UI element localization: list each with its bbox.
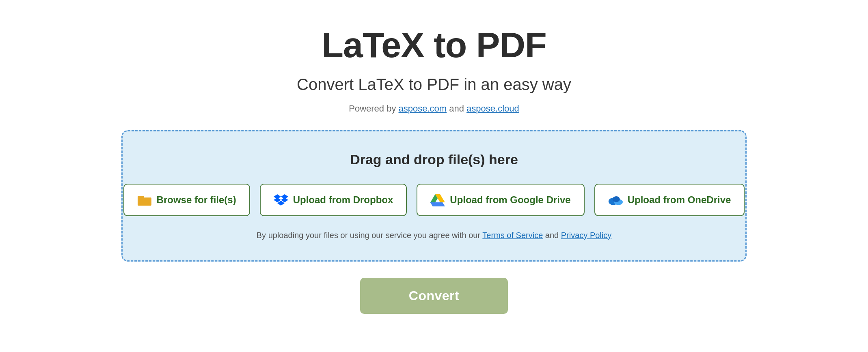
onedrive-button-label: Upload from OneDrive bbox=[628, 194, 731, 206]
terms-separator: and bbox=[545, 231, 561, 240]
gdrive-button-label: Upload from Google Drive bbox=[450, 194, 570, 206]
page-title: LaTeX to PDF bbox=[322, 24, 546, 66]
folder-icon bbox=[137, 193, 152, 207]
svg-marker-10 bbox=[430, 202, 445, 206]
gdrive-icon bbox=[430, 193, 445, 207]
drop-zone: Drag and drop file(s) here Browse for fi… bbox=[121, 130, 747, 262]
powered-by-label: Powered by bbox=[349, 103, 398, 114]
gdrive-button[interactable]: Upload from Google Drive bbox=[417, 184, 584, 216]
dropbox-icon bbox=[274, 193, 288, 207]
page-subtitle: Convert LaTeX to PDF in an easy way bbox=[297, 75, 571, 94]
browse-button-label: Browse for file(s) bbox=[157, 194, 236, 206]
terms-prefix: By uploading your files or using our ser… bbox=[257, 231, 483, 240]
onedrive-icon bbox=[608, 193, 623, 207]
svg-point-13 bbox=[612, 196, 620, 202]
convert-button[interactable]: Convert bbox=[360, 278, 508, 314]
privacy-policy-link[interactable]: Privacy Policy bbox=[561, 231, 611, 240]
powered-by-separator: and bbox=[449, 103, 466, 114]
aspose-com-link[interactable]: aspose.com bbox=[399, 103, 447, 114]
dropbox-button-label: Upload from Dropbox bbox=[293, 194, 393, 206]
terms-of-service-link[interactable]: Terms of Service bbox=[482, 231, 543, 240]
browse-button[interactable]: Browse for file(s) bbox=[123, 184, 250, 216]
powered-by-text: Powered by aspose.com and aspose.cloud bbox=[349, 103, 519, 114]
terms-text: By uploading your files or using our ser… bbox=[257, 231, 612, 240]
dropbox-button[interactable]: Upload from Dropbox bbox=[260, 184, 407, 216]
onedrive-button[interactable]: Upload from OneDrive bbox=[594, 184, 745, 216]
aspose-cloud-link[interactable]: aspose.cloud bbox=[466, 103, 519, 114]
svg-rect-1 bbox=[138, 196, 144, 200]
drag-drop-label: Drag and drop file(s) here bbox=[350, 152, 518, 167]
upload-buttons-container: Browse for file(s) Upload from Dropbox bbox=[123, 184, 745, 216]
